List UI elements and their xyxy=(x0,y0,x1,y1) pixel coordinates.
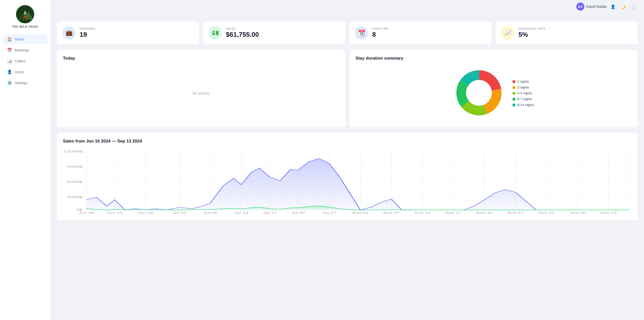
sales-card: 💵 SALES $61,755.00 xyxy=(203,21,345,45)
profile-button[interactable]: 👤 xyxy=(610,3,617,10)
sales-icon-wrap: 💵 xyxy=(209,26,222,40)
bookings-icon-wrap: 💼 xyxy=(62,26,76,40)
navigation: 🏠 Home 📅 Bookings 📊 Cabins 👤 Users ⚙️ Se… xyxy=(0,34,50,89)
logo-area: THE WILD OASIS xyxy=(12,5,38,28)
x-label-aug01: Aug 01 xyxy=(352,211,369,214)
legend-dot-67nights xyxy=(512,98,515,101)
donut-legend: 2 nights 3 nights 4-5 nights 6-7 ni xyxy=(512,80,534,107)
stat-cards: 💼 BOOKINGS 19 💵 SALES $61,755.00 📆 xyxy=(57,21,638,45)
donut-area: 2 nights 3 nights 4-5 nights 6-7 ni xyxy=(355,65,632,121)
donut-hole xyxy=(466,80,492,105)
checkins-icon-wrap: 📆 xyxy=(355,26,368,40)
bookings-label: BOOKINGS xyxy=(80,27,95,30)
x-label-jul03: Jul 03 xyxy=(172,211,186,214)
x-label-aug17: Aug 17 xyxy=(445,211,462,214)
occupancy-info: OCCUPANCY RATE 5% xyxy=(518,27,546,39)
legend-label-2nights: 2 nights xyxy=(517,80,529,83)
x-label-jul22: Jul 22 xyxy=(291,211,305,214)
sidebar: THE WILD OASIS 🏠 Home 📅 Bookings 📊 Cabin… xyxy=(0,0,51,320)
legend-dot-3nights xyxy=(512,86,515,89)
legend-814nights: 8-14 nights xyxy=(512,103,534,107)
sidebar-item-cabins[interactable]: 📊 Cabins xyxy=(3,56,47,66)
user-info: DS David Soldat xyxy=(576,3,606,11)
legend-label-45nights: 4-5 nights xyxy=(517,91,532,95)
topbar: DS David Soldat 👤 🌙 ⬚ xyxy=(51,0,644,13)
app-title: THE WILD OASIS xyxy=(12,25,38,28)
legend-label-814nights: 8-14 nights xyxy=(517,103,534,107)
users-icon: 👤 xyxy=(7,69,12,74)
bookings-info: BOOKINGS 19 xyxy=(80,27,95,39)
x-label-aug12: Aug 12 xyxy=(414,211,431,214)
sidebar-item-bookings[interactable]: 📅 Bookings xyxy=(3,45,47,55)
money-icon: 💵 xyxy=(212,30,219,36)
legend-2nights: 2 nights xyxy=(512,80,534,83)
x-label-jun28: Jun 28 xyxy=(138,211,153,214)
x-label-aug22: Aug 22 xyxy=(476,211,493,214)
sales-line-total xyxy=(86,158,629,210)
legend-label-3nights: 3 nights xyxy=(517,85,529,89)
briefcase-icon: 💼 xyxy=(66,30,73,36)
x-label-aug07: Aug 07 xyxy=(383,211,400,214)
checkins-info: CHECK INS 8 xyxy=(372,27,388,39)
calendar-icon: 📆 xyxy=(358,30,365,36)
checkins-card: 📆 CHECK INS 8 xyxy=(349,21,492,45)
logo-image xyxy=(16,5,34,23)
nav-label-cabins: Cabins xyxy=(15,59,26,63)
x-label-jul17: Jul 17 xyxy=(263,211,277,214)
today-panel: Today No activity xyxy=(57,50,345,128)
sidebar-item-settings[interactable]: ⚙️ Settings xyxy=(3,78,47,88)
main-content: 💼 BOOKINGS 19 💵 SALES $61,755.00 📆 xyxy=(51,0,644,320)
sidebar-item-home[interactable]: 🏠 Home xyxy=(3,34,47,44)
user-name: David Soldat xyxy=(586,5,606,9)
donut-chart xyxy=(454,67,504,119)
y-label-12000: 12000$ xyxy=(64,150,83,153)
legend-45nights: 4-5 nights xyxy=(512,91,534,95)
sales-info: SALES $61,755.00 xyxy=(226,27,259,39)
sales-label: SALES xyxy=(226,27,259,30)
cabins-icon: 📊 xyxy=(7,59,12,63)
legend-3nights: 3 nights xyxy=(512,85,534,89)
legend-dot-2nights xyxy=(512,80,515,83)
nav-label-home: Home xyxy=(15,37,24,41)
checkins-label: CHECK INS xyxy=(372,27,388,30)
bookings-value: 19 xyxy=(80,31,95,39)
checkins-value: 8 xyxy=(372,31,388,39)
chart-icon: 📈 xyxy=(505,30,511,36)
y-label-6000: 6000$ xyxy=(67,180,83,183)
bookings-icon: 📅 xyxy=(7,48,12,52)
sales-area-total xyxy=(86,158,629,210)
nav-label-users: Users xyxy=(15,70,24,74)
y-label-9000: 9000$ xyxy=(67,165,83,168)
occupancy-icon-wrap: 📈 xyxy=(501,26,514,40)
sales-chart-wrap: 12000$ 9000$ 6000$ 3000$ 0$ xyxy=(63,148,632,215)
x-label-aug27: Aug 27 xyxy=(507,211,524,214)
bookings-card: 💼 BOOKINGS 19 xyxy=(57,21,199,45)
x-label-sep06: Sep 06 xyxy=(569,211,586,214)
svg-rect-7 xyxy=(25,18,26,20)
x-label-jun23: Jun 23 xyxy=(107,211,122,214)
dark-mode-button[interactable]: 🌙 xyxy=(620,3,627,10)
sales-chart-svg: 12000$ 9000$ 6000$ 3000$ 0$ xyxy=(63,148,632,214)
no-activity-message: No activity xyxy=(63,65,339,121)
occupancy-value: 5% xyxy=(518,31,546,39)
legend-dot-45nights xyxy=(512,92,515,95)
sales-chart-title: Sales from Jun 16 2024 — Sep 13 2024 xyxy=(63,139,632,144)
logout-button[interactable]: ⬚ xyxy=(630,3,637,10)
stay-duration-panel: Stay duration summary xyxy=(349,50,638,128)
x-label-jul13: Jul 13 xyxy=(235,211,248,214)
home-icon: 🏠 xyxy=(7,37,12,42)
nav-label-settings: Settings xyxy=(15,81,28,85)
sidebar-item-users[interactable]: 👤 Users xyxy=(3,67,47,77)
sales-panel: Sales from Jun 16 2024 — Sep 13 2024 120… xyxy=(57,133,638,221)
legend-label-67nights: 6-7 nights xyxy=(517,97,532,101)
sales-value: $61,755.00 xyxy=(226,31,259,39)
occupancy-label: OCCUPANCY RATE xyxy=(518,27,546,30)
x-label-sep01: Sep 01 xyxy=(538,211,555,214)
today-title: Today xyxy=(63,56,339,61)
stay-duration-title: Stay duration summary xyxy=(355,56,632,61)
y-label-0: 0$ xyxy=(76,208,83,211)
x-label-jul27: Jul 27 xyxy=(322,211,336,214)
avatar: DS xyxy=(576,3,584,11)
legend-dot-814nights xyxy=(512,103,515,106)
occupancy-card: 📈 OCCUPANCY RATE 5% xyxy=(496,21,638,45)
